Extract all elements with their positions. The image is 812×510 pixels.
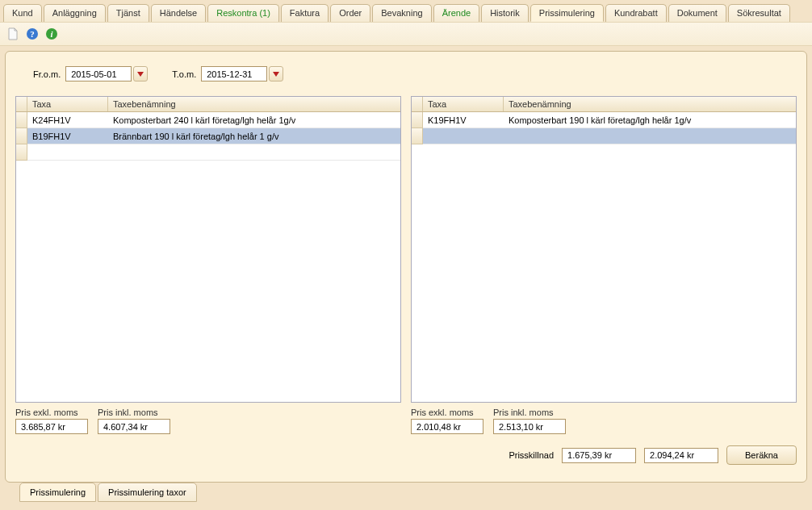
left-exkl-label: Pris exkl. moms [15,408,88,417]
row-handle-header [412,97,423,111]
benamn-header[interactable]: Taxebenämning [504,97,796,111]
bottom-tab-prissimulering[interactable]: Prissimulering [19,483,96,502]
right-panel: Taxa Taxebenämning K19FH1VKomposterbart … [411,96,797,434]
left-exkl-value[interactable] [15,419,88,434]
diff-label: Prisskillnad [509,450,554,460]
svg-text:?: ? [30,29,35,39]
left-inkl-label: Pris inkl. moms [98,408,170,417]
tab-h-ndelse[interactable]: Händelse [151,4,206,22]
from-date-label: Fr.o.m. [33,69,61,79]
right-exkl-label: Pris exkl. moms [411,408,483,417]
to-date-group: T.o.m. [172,66,283,82]
from-date-dropdown[interactable] [133,66,148,82]
tab-s-kresultat[interactable]: Sökresultat [728,4,790,22]
taxa-cell: K24FH1V [27,112,108,128]
content-panel: Fr.o.m. T.o.m. Taxa Taxebenämning K24FH1… [5,51,807,483]
right-exkl-value[interactable] [411,419,483,434]
table-row[interactable]: B19FH1VBrännbart 190 l kärl företag/lgh … [16,128,400,144]
diff-exkl[interactable] [562,448,636,463]
right-totals: Pris exkl. moms Pris inkl. moms [411,408,797,434]
right-inkl-label: Pris inkl. moms [493,408,566,417]
diff-inkl[interactable] [644,448,718,463]
benamn-cell: Komposterbart 190 l kärl företag/lgh hel… [504,112,796,128]
benamn-cell: Komposterbart 240 l kärl företag/lgh hel… [108,112,400,128]
to-date-input[interactable] [201,66,267,82]
benamn-cell: Brännbart 190 l kärl företag/lgh helår 1… [108,128,400,144]
to-date-dropdown[interactable] [269,66,283,82]
date-row: Fr.o.m. T.o.m. [33,66,797,82]
from-date-group: Fr.o.m. [33,66,148,82]
bottom-tab-prissimulering-taxor[interactable]: Prissimulering taxor [98,483,197,502]
tab-bevakning[interactable]: Bevakning [372,4,431,22]
tab-prissimulering[interactable]: Prissimulering [530,4,604,22]
table-row[interactable]: K19FH1VKomposterbart 190 l kärl företag/… [412,112,796,128]
to-date-label: T.o.m. [172,69,196,79]
diff-row: Prisskillnad Beräkna [15,445,797,465]
right-grid: Taxa Taxebenämning K19FH1VKomposterbart … [411,96,797,403]
taxa-cell: B19FH1V [27,128,108,144]
right-grid-body[interactable]: K19FH1VKomposterbart 190 l kärl företag/… [412,112,796,402]
tab--rende[interactable]: Ärende [433,4,479,22]
tab-kund[interactable]: Kund [3,4,42,22]
tab-historik[interactable]: Historik [481,4,529,22]
left-grid-header: Taxa Taxebenämning [16,97,400,112]
toolbar: ? i [0,22,812,46]
tab-tj-nst[interactable]: Tjänst [107,4,149,22]
benamn-header[interactable]: Taxebenämning [108,97,400,111]
panels: Taxa Taxebenämning K24FH1VKomposterbart … [15,96,797,434]
left-grid-body[interactable]: K24FH1VKomposterbart 240 l kärl företag/… [16,112,400,402]
left-panel: Taxa Taxebenämning K24FH1VKomposterbart … [15,96,401,434]
calc-button[interactable]: Beräkna [726,445,797,465]
tab-faktura[interactable]: Faktura [281,4,329,22]
tab-dokument[interactable]: Dokument [668,4,726,22]
top-tabs: KundAnläggningTjänstHändelseReskontra (1… [0,0,812,22]
info-icon[interactable]: i [44,26,60,42]
help-icon[interactable]: ? [24,26,40,42]
left-totals: Pris exkl. moms Pris inkl. moms [15,408,401,434]
table-row-empty[interactable] [412,128,796,144]
left-inkl-value[interactable] [98,419,170,434]
taxa-cell: K19FH1V [423,112,504,128]
tab-kundrabatt[interactable]: Kundrabatt [605,4,667,22]
taxa-header[interactable]: Taxa [423,97,504,111]
from-date-input[interactable] [65,66,132,82]
tab-anl-ggning[interactable]: Anläggning [44,4,106,22]
left-grid: Taxa Taxebenämning K24FH1VKomposterbart … [15,96,401,403]
row-handle-header [16,97,27,111]
bottom-tabs: PrissimuleringPrissimulering taxor [19,483,197,502]
table-row-empty[interactable] [16,144,400,161]
tab-order[interactable]: Order [330,4,370,22]
taxa-header[interactable]: Taxa [27,97,108,111]
right-inkl-value[interactable] [493,419,566,434]
new-doc-icon[interactable] [5,26,21,42]
table-row[interactable]: K24FH1VKomposterbart 240 l kärl företag/… [16,112,400,128]
tab-reskontra-1-[interactable]: Reskontra (1) [207,4,279,22]
right-grid-header: Taxa Taxebenämning [412,97,796,112]
